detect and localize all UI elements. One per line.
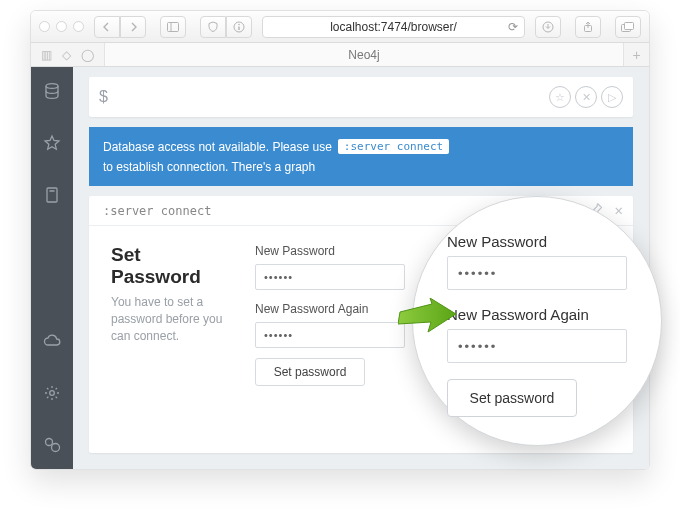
svg-point-13 xyxy=(46,439,53,446)
svg-rect-10 xyxy=(47,188,57,202)
close-icon[interactable]: ✕ xyxy=(615,202,623,219)
banner-text-prefix: Database access not available. Please us… xyxy=(103,140,332,154)
download-button[interactable] xyxy=(535,16,561,38)
magnifier-overlay: New Password New Password Again Set pass… xyxy=(412,196,662,446)
new-password-again-label: New Password Again xyxy=(255,302,405,316)
document-icon[interactable] xyxy=(42,185,62,205)
card-description: You have to set a password before you ca… xyxy=(111,294,231,346)
github-icon[interactable]: ◯ xyxy=(81,48,94,62)
command-bar: $ ☆ ✕ ▷ xyxy=(89,77,633,117)
info-button[interactable] xyxy=(226,16,252,38)
close-window-button[interactable] xyxy=(39,21,50,32)
tab-strip: ▥ ◇ ◯ Neo4j + xyxy=(31,43,649,67)
svg-point-12 xyxy=(50,391,55,396)
prompt-symbol: $ xyxy=(99,88,108,106)
tab-neo4j[interactable]: Neo4j xyxy=(105,43,623,66)
new-tab-button[interactable]: + xyxy=(623,43,649,66)
url-bar[interactable]: localhost:7474/browser/ ⟳ xyxy=(262,16,525,38)
zoom-window-button[interactable] xyxy=(73,21,84,32)
command-input[interactable] xyxy=(116,90,549,105)
set-password-button[interactable]: Set password xyxy=(255,358,365,386)
minimize-window-button[interactable] xyxy=(56,21,67,32)
sidebar xyxy=(31,67,73,469)
forward-button[interactable] xyxy=(120,16,146,38)
card-command: :server connect xyxy=(103,204,211,218)
clear-icon[interactable]: ✕ xyxy=(575,86,597,108)
database-icon[interactable] xyxy=(42,81,62,101)
banner-text-suffix: to establish connection. There's a graph xyxy=(103,160,315,174)
banner-code: :server connect xyxy=(338,139,449,154)
svg-point-9 xyxy=(46,84,58,89)
window-controls xyxy=(39,21,84,32)
back-button[interactable] xyxy=(94,16,120,38)
mag-new-password-label: New Password xyxy=(447,233,631,250)
diamond-icon[interactable]: ◇ xyxy=(62,48,71,62)
new-password-again-field[interactable] xyxy=(255,322,405,348)
tabs-button[interactable] xyxy=(615,16,641,38)
mag-new-password-again-field[interactable] xyxy=(447,329,627,363)
run-icon[interactable]: ▷ xyxy=(601,86,623,108)
card-heading: Set Password xyxy=(111,244,231,288)
mag-new-password-again-label: New Password Again xyxy=(447,306,631,323)
gear-icon[interactable] xyxy=(42,383,62,403)
new-password-label: New Password xyxy=(255,244,405,258)
cloud-icon[interactable] xyxy=(42,331,62,351)
about-icon[interactable] xyxy=(42,435,62,455)
svg-point-14 xyxy=(52,444,60,452)
favorite-icon[interactable]: ☆ xyxy=(549,86,571,108)
shield-button[interactable] xyxy=(200,16,226,38)
bookmarks-icon[interactable]: ▥ xyxy=(41,48,52,62)
mag-new-password-field[interactable] xyxy=(447,256,627,290)
svg-rect-0 xyxy=(168,22,179,31)
share-button[interactable] xyxy=(575,16,601,38)
new-password-field[interactable] xyxy=(255,264,405,290)
warning-banner: Database access not available. Please us… xyxy=(89,127,633,186)
browser-toolbar: localhost:7474/browser/ ⟳ xyxy=(31,11,649,43)
mag-set-password-button[interactable]: Set password xyxy=(447,379,577,417)
reload-icon[interactable]: ⟳ xyxy=(508,20,518,34)
url-text: localhost:7474/browser/ xyxy=(330,20,457,34)
show-sidebar-button[interactable] xyxy=(160,16,186,38)
svg-rect-8 xyxy=(625,22,634,29)
svg-point-3 xyxy=(238,23,240,25)
tab-label: Neo4j xyxy=(348,48,379,62)
star-icon[interactable] xyxy=(42,133,62,153)
